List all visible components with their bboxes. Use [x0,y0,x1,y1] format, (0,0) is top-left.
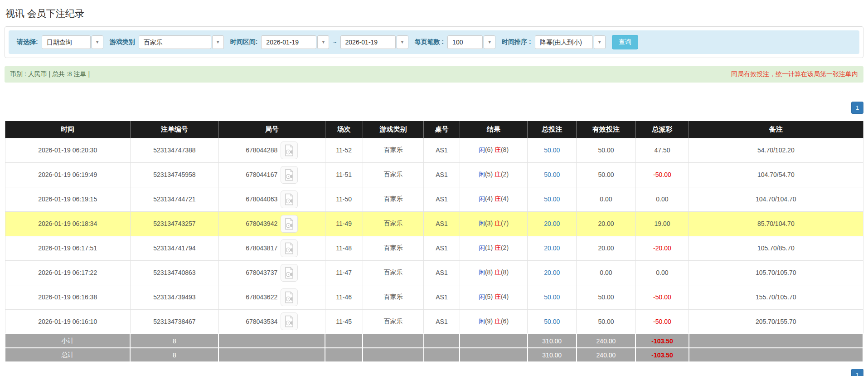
video-playback-button[interactable] [281,264,298,282]
date-from-value[interactable]: 2026-01-19 [261,35,316,49]
video-icon [284,242,294,254]
game-type-value[interactable]: 百家乐 [139,35,211,49]
round-cell: 678043534 [246,313,298,330]
total-bet-cell: 20.00 [528,260,577,285]
date-to-picker[interactable]: 2026-01-19 ▼ [340,35,408,49]
payout-cell: 19.00 [635,211,689,236]
total-bet-link[interactable]: 50.00 [544,293,560,301]
round-number: 678043942 [246,220,277,227]
total-valid-bet-cell: 240.00 [577,348,636,362]
video-playback-button[interactable] [281,215,298,233]
game-type: 百家乐 [384,146,403,153]
remark-balance: 85.70/104.70 [757,220,795,227]
video-playback-button[interactable] [281,313,298,330]
empty-cell [424,334,460,348]
total-bet-link[interactable]: 50.00 [544,195,560,203]
empty-cell [460,334,528,348]
column-header: 注单编号 [130,121,218,138]
payout: 47.50 [654,146,670,154]
bet-id-cell: 523134745958 [130,162,218,187]
result-banker-score: (6) [501,317,509,325]
video-playback-button[interactable] [281,142,298,159]
table-no-cell: AS1 [424,309,460,334]
result-banker-label: 庄 [495,269,501,276]
result-banker-score: (4) [501,195,509,202]
chevron-down-icon[interactable]: ▼ [317,35,329,49]
total-bet-link[interactable]: 20.00 [544,269,560,276]
subtotal-label: 小计 [61,337,74,344]
chevron-down-icon[interactable]: ▼ [594,35,606,49]
table-row: 2026-01-19 06:19:15523134744721678044063… [5,187,863,211]
bet-id: 523134745958 [153,171,195,178]
result-player-label: 闲 [479,269,485,276]
total-bet-link[interactable]: 50.00 [544,171,560,178]
bet-id-cell: 523134740863 [130,260,218,285]
video-playback-button[interactable] [281,288,298,306]
bet-time: 2026-01-19 06:16:38 [38,293,97,301]
table-number: AS1 [436,195,447,203]
valid-bet-note: 同局有效投注，统一计算在该局第一张注单内 [731,70,858,78]
remark-cell: 85.70/104.70 [689,211,863,236]
result-player-label: 闲 [479,244,485,251]
date-to-value[interactable]: 2026-01-19 [340,35,396,49]
total-bet-link[interactable]: 20.00 [544,220,560,227]
game-type: 百家乐 [384,244,403,251]
search-button[interactable]: 查询 [612,35,638,49]
table-container: 时间注单编号局号场次游戏类别桌号结果总投注有效投注总派彩备注 2026-01-1… [5,121,863,362]
query-type-select[interactable]: 日期查询 ▼ [42,35,103,49]
page-size-select[interactable]: 100 ▼ [447,35,495,49]
chevron-down-icon[interactable]: ▼ [212,35,224,49]
result-cell: 闲(4) 庄(4) [460,187,528,211]
bet-records-page: 视讯 会员下注纪录 请选择: 日期查询 ▼ 游戏类别 百家乐 ▼ 时间区间: 2… [0,0,868,376]
game-cell: 百家乐 [363,285,423,309]
result-banker-label: 庄 [495,244,501,251]
game-type: 百家乐 [384,269,403,276]
game-type-select[interactable]: 百家乐 ▼ [139,35,224,49]
result-cell: 闲(5) 庄(4) [460,285,528,309]
result-banker-score: (7) [501,220,509,227]
table-number: AS1 [436,318,447,325]
round-cell: 678043817 [246,239,298,257]
session-number: 11-47 [336,269,352,276]
video-icon [284,291,294,303]
video-playback-button[interactable] [281,239,298,257]
table-row: 2026-01-19 06:20:30523134747388678044288… [5,138,863,162]
session-cell: 11-52 [325,138,363,162]
video-playback-button[interactable] [281,190,298,208]
valid-bet: 20.00 [598,220,614,227]
time-sort-select[interactable]: 降幂(由大到小) ▼ [535,35,606,49]
total-bet-link[interactable]: 50.00 [544,146,560,154]
total-bet-link[interactable]: 20.00 [544,244,560,252]
chevron-down-icon[interactable]: ▼ [397,35,408,49]
result-banker-label: 庄 [495,171,501,178]
date-from-picker[interactable]: 2026-01-19 ▼ [261,35,329,49]
chevron-down-icon[interactable]: ▼ [92,35,103,49]
bet-id-cell: 523134739493 [130,285,218,309]
time-cell: 2026-01-19 06:20:30 [5,138,130,162]
result-banker-score: (2) [501,244,509,251]
total-bet-link[interactable]: 50.00 [544,318,560,325]
subtotal-label-cell: 小计 [5,334,130,348]
page-size-value[interactable]: 100 [447,35,483,49]
empty-cell [424,348,460,362]
remark-balance: 155.70/105.70 [756,293,796,301]
page-button-1[interactable]: 1 [851,102,863,114]
time-sort-value[interactable]: 降幂(由大到小) [535,35,593,49]
total-bet-cell: 20.00 [528,211,577,236]
total-payout: -103.50 [651,352,673,359]
query-type-value[interactable]: 日期查询 [42,35,91,49]
currency-total-text: 币别 : 人民币 | 总共 :8 注单 | [10,70,90,78]
video-playback-button[interactable] [281,166,298,184]
payout-cell: 0.00 [635,187,689,211]
remark-cell: 155.70/105.70 [689,285,863,309]
chevron-down-icon[interactable]: ▼ [484,35,495,49]
table-header-row: 时间注单编号局号场次游戏类别桌号结果总投注有效投注总派彩备注 [5,121,863,138]
page-button-1[interactable]: 1 [851,369,863,376]
time-cell: 2026-01-19 06:16:38 [5,285,130,309]
empty-cell [325,334,363,348]
bet-id: 523134747388 [153,146,195,154]
remark-cell: 105.70/85.70 [689,236,863,260]
bet-id-cell: 523134738467 [130,309,218,334]
session-number: 11-48 [336,244,352,252]
bet-time: 2026-01-19 06:16:10 [38,318,97,325]
